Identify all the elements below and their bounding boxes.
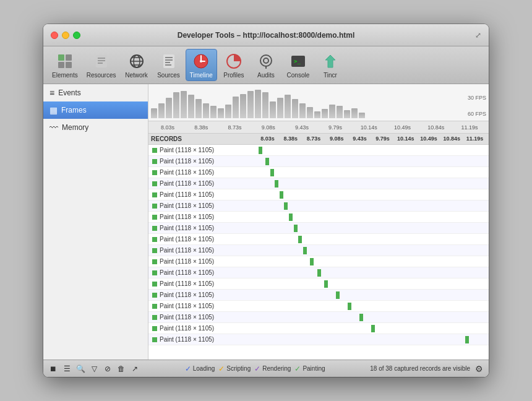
- svg-rect-15: [165, 59, 173, 61]
- toolbar-profiles[interactable]: Profiles: [218, 50, 249, 80]
- expand-icon[interactable]: ⤢: [475, 31, 481, 40]
- filter-button[interactable]: ▽: [89, 364, 99, 374]
- table-row[interactable]: Paint (1118 × 1105): [148, 200, 489, 212]
- toolbar-resources[interactable]: Resources: [83, 50, 120, 80]
- table-row[interactable]: Paint (1118 × 1105): [148, 267, 489, 278]
- table-row[interactable]: Paint (1118 × 1105): [148, 334, 489, 345]
- record-bar: [298, 236, 302, 243]
- sidebar-item-frames[interactable]: ▦ Frames: [43, 101, 148, 119]
- fps-bar: [314, 111, 320, 118]
- record-timeline: [254, 301, 489, 311]
- records-area[interactable]: RECORDS 8.03s8.38s8.73s9.08s9.43s9.79s10…: [148, 134, 489, 360]
- record-label: Paint (1118 × 1105): [160, 336, 214, 343]
- toolbar-audits[interactable]: Audits: [251, 50, 281, 80]
- time-label-9: 11.19s: [453, 124, 486, 131]
- fps-30-label: 30 FPS: [468, 95, 486, 101]
- close-button[interactable]: [51, 32, 58, 39]
- sources-label: Sources: [157, 72, 180, 79]
- record-name: Paint (1118 × 1105): [148, 158, 254, 165]
- record-label: Paint (1118 × 1105): [160, 303, 214, 309]
- table-row[interactable]: Paint (1118 × 1105): [148, 301, 489, 312]
- toolbar-console[interactable]: >_ Console: [283, 50, 314, 80]
- sidebar-item-events[interactable]: ≡ Events: [43, 84, 148, 101]
- block-button[interactable]: ⊘: [103, 364, 113, 374]
- paint-dot: [152, 159, 157, 164]
- record-bar: [310, 258, 314, 265]
- toolbar-sources[interactable]: Sources: [153, 50, 184, 80]
- settings-button[interactable]: ⚙: [474, 364, 484, 374]
- fps-bar: [329, 105, 335, 118]
- clear-button[interactable]: ☰: [62, 364, 72, 374]
- fps-bar: [351, 108, 358, 118]
- toolbar-network[interactable]: Network: [121, 50, 152, 80]
- svg-point-24: [264, 58, 268, 63]
- maximize-button[interactable]: [73, 32, 80, 39]
- sources-icon: [159, 51, 179, 71]
- resources-icon: [92, 51, 111, 71]
- delete-button[interactable]: 🗑: [116, 364, 126, 374]
- timeline-header: 8.03s8.38s8.73s9.08s9.43s9.79s10.14s10.4…: [148, 121, 489, 134]
- records-col-timeline: 8.03s8.38s8.73s9.08s9.43s9.79s10.14s10.4…: [256, 136, 486, 142]
- record-label: Paint (1118 × 1105): [160, 169, 214, 176]
- toolbar-elements[interactable]: Elements: [48, 50, 82, 80]
- fps-bar: [203, 103, 209, 118]
- table-row[interactable]: Paint (1118 × 1105): [148, 234, 489, 245]
- record-label: Paint (1118 × 1105): [160, 191, 214, 198]
- record-timeline: [254, 256, 489, 267]
- paint-dot: [152, 293, 157, 298]
- profiles-icon: [224, 51, 244, 71]
- network-label: Network: [125, 72, 148, 79]
- table-row[interactable]: Paint (1118 × 1105): [148, 290, 489, 301]
- paint-dot: [152, 148, 157, 153]
- table-row[interactable]: Paint (1118 × 1105): [148, 323, 489, 334]
- table-row[interactable]: Paint (1118 × 1105): [148, 167, 489, 178]
- record-bar: [465, 336, 469, 343]
- paint-dot: [152, 192, 157, 197]
- record-bar: [280, 191, 283, 199]
- svg-rect-3: [66, 62, 72, 68]
- minimize-button[interactable]: [62, 32, 69, 39]
- profiles-label: Profiles: [223, 72, 244, 79]
- col-time-label-9: 11.19s: [463, 136, 486, 142]
- table-row[interactable]: Paint (1118 × 1105): [148, 212, 489, 223]
- toolbar-timeline[interactable]: Timeline: [186, 49, 217, 81]
- table-row[interactable]: Paint (1118 × 1105): [148, 256, 489, 267]
- sidebar-item-memory-label: Memory: [62, 123, 88, 132]
- col-time-label-8: 10.84s: [440, 136, 463, 142]
- table-row[interactable]: Paint (1118 × 1105): [148, 223, 489, 234]
- record-bar: [348, 303, 351, 310]
- elements-icon: [55, 51, 75, 71]
- record-label: Paint (1118 × 1105): [160, 258, 214, 265]
- table-row[interactable]: Paint (1118 × 1105): [148, 278, 489, 290]
- table-row[interactable]: Paint (1118 × 1105): [148, 312, 489, 323]
- search-button[interactable]: 🔍: [75, 364, 85, 374]
- table-row[interactable]: Paint (1118 × 1105): [148, 189, 489, 200]
- record-timeline: [254, 323, 489, 334]
- svg-rect-2: [58, 62, 64, 68]
- console-icon: >_: [288, 51, 308, 71]
- col-time-label-3: 9.08s: [325, 136, 348, 142]
- time-label-2: 8.73s: [218, 124, 251, 131]
- table-row[interactable]: Paint (1118 × 1105): [148, 156, 489, 167]
- record-timeline: [254, 267, 489, 278]
- timeline-icon: [191, 51, 211, 71]
- col-time-label-0: 8.03s: [256, 136, 279, 142]
- fps-bar: [270, 101, 276, 118]
- record-name: Paint (1118 × 1105): [148, 213, 254, 220]
- record-label: Paint (1118 × 1105): [160, 225, 214, 231]
- paint-dot: [152, 259, 157, 264]
- record-name: Paint (1118 × 1105): [148, 202, 254, 209]
- pin-button[interactable]: ↗: [130, 364, 140, 374]
- record-name: Paint (1118 × 1105): [148, 303, 254, 309]
- tincr-label: Tincr: [324, 72, 337, 79]
- table-row[interactable]: Paint (1118 × 1105): [148, 245, 489, 256]
- record-name: Paint (1118 × 1105): [148, 336, 254, 343]
- sidebar-item-memory[interactable]: 〰 Memory: [43, 119, 148, 136]
- toolbar-tincr[interactable]: Tincr: [315, 50, 346, 80]
- legend-rendering-label: Rendering: [262, 365, 291, 372]
- table-row[interactable]: Paint (1118 × 1105): [148, 145, 489, 156]
- table-row[interactable]: Paint (1118 × 1105): [148, 178, 489, 189]
- record-timeline: [254, 178, 489, 189]
- fps-bar: [173, 92, 179, 118]
- record-button[interactable]: ⏹: [48, 364, 58, 374]
